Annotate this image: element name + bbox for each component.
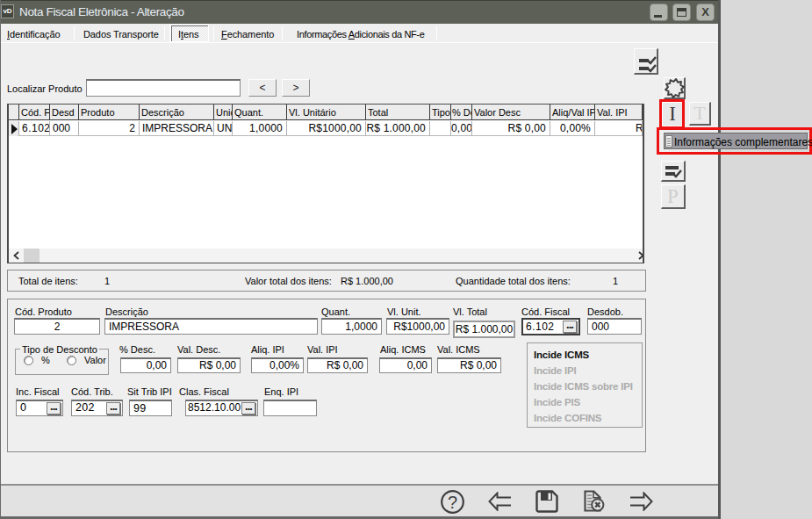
svg-text:?: ? [448, 493, 457, 512]
